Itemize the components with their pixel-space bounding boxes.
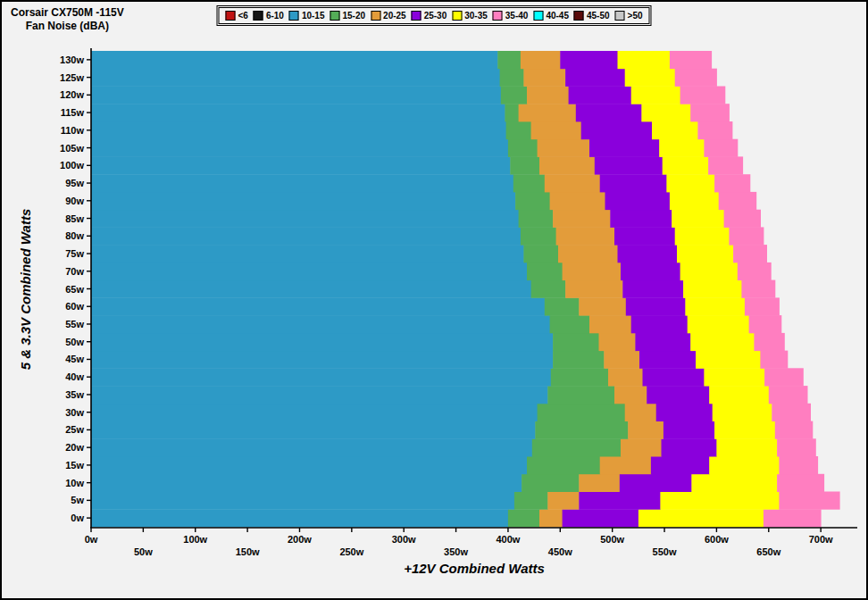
heatmap-band-20-25 <box>547 492 580 510</box>
y-tick-label: 65w <box>65 284 84 295</box>
heatmap-band-10-15 <box>91 69 500 87</box>
x-tick-label: 100w <box>183 534 207 545</box>
heatmap-band-20-25 <box>527 87 569 104</box>
heatmap-band-10-15 <box>91 227 521 245</box>
y-tick-label: 30w <box>65 407 84 418</box>
heatmap-band-10-15 <box>91 104 505 121</box>
heatmap-band-35-40 <box>775 421 814 439</box>
heatmap-band-15-20 <box>531 280 566 298</box>
heatmap-band-15-20 <box>508 139 538 157</box>
heatmap-band-30-35 <box>696 351 761 369</box>
heatmap-band-25-30 <box>647 386 710 404</box>
heatmap-band-25-30 <box>618 245 678 262</box>
x-tick-label: 450w <box>548 546 572 557</box>
heatmap-band-20-25 <box>521 51 561 69</box>
heatmap-band-10-15 <box>91 492 514 510</box>
y-tick-label: 0w <box>71 512 84 523</box>
heatmap-band-10-15 <box>91 456 528 474</box>
heatmap-band-15-20 <box>508 509 540 527</box>
heatmap-band-30-35 <box>660 492 780 510</box>
heatmap-band-25-30 <box>563 509 639 527</box>
x-tick-label: 0w <box>85 534 98 545</box>
heatmap-band-15-20 <box>545 297 580 315</box>
heatmap-band-10-15 <box>91 87 501 104</box>
y-tick-label: 80w <box>65 230 84 241</box>
heatmap-band-30-35 <box>672 210 724 228</box>
heatmap-band-20-25 <box>519 104 577 121</box>
heatmap-band-25-30 <box>589 139 660 157</box>
chart-page: Corsair CX750M -115V Fan Noise (dBA) <66… <box>0 0 868 600</box>
heatmap-band-25-30 <box>610 210 672 228</box>
heatmap-band-30-35 <box>685 297 745 315</box>
heatmap-band-30-35 <box>663 156 709 174</box>
heatmap-band-25-30 <box>560 51 618 69</box>
heatmap-band-25-30 <box>614 227 675 245</box>
heatmap-band-10-15 <box>91 245 524 262</box>
x-tick-label: 400w <box>496 534 520 545</box>
x-tick-label: 550w <box>653 546 677 557</box>
heatmap-band-15-20 <box>521 227 556 245</box>
x-axis-title: +12V Combined Watts <box>404 561 545 576</box>
heatmap-band-20-25 <box>563 262 622 280</box>
heatmap-band-35-40 <box>772 404 811 421</box>
heatmap-band-30-35 <box>680 262 739 280</box>
heatmap-band-35-40 <box>738 262 772 280</box>
heatmap-band-10-15 <box>91 174 513 192</box>
heatmap-band-35-40 <box>745 297 780 315</box>
heatmap-band-10-15 <box>91 474 522 492</box>
y-tick-label: 130w <box>60 54 84 65</box>
heatmap-band-20-25 <box>556 227 615 245</box>
y-tick-label: 125w <box>60 72 84 83</box>
x-tick-label: 200w <box>288 534 312 545</box>
heatmap-band-30-35 <box>691 474 777 492</box>
heatmap-band-15-20 <box>532 438 622 456</box>
y-tick-label: 60w <box>65 301 84 312</box>
heatmap-band-15-20 <box>514 492 548 510</box>
heatmap-band-30-35 <box>670 192 719 210</box>
heatmap-band-20-25 <box>539 156 595 174</box>
heatmap-band-35-40 <box>764 509 822 527</box>
heatmap-band-20-25 <box>545 174 600 192</box>
heatmap-band-35-40 <box>724 210 761 228</box>
heatmap-band-25-30 <box>595 156 663 174</box>
heatmap-band-10-15 <box>91 421 536 439</box>
heatmap-band-25-30 <box>600 174 667 192</box>
heatmap-band-30-35 <box>716 438 777 456</box>
heatmap-band-15-20 <box>523 245 558 262</box>
heatmap-band-25-30 <box>605 192 671 210</box>
heatmap-band-20-25 <box>589 315 631 333</box>
y-tick-label: 25w <box>65 424 84 435</box>
heatmap-band-25-30 <box>651 456 710 474</box>
heatmap-band-30-35 <box>709 456 780 474</box>
heatmap-band-15-20 <box>497 51 521 69</box>
heatmap-band-35-40 <box>769 386 808 404</box>
heatmap-band-25-30 <box>639 351 697 369</box>
heatmap-band-10-15 <box>91 210 519 228</box>
heatmap-band-30-35 <box>690 333 755 351</box>
x-tick-label: 350w <box>444 546 468 557</box>
heatmap-band-10-15 <box>91 51 498 69</box>
heatmap-band-30-35 <box>714 421 775 439</box>
y-tick-label: 40w <box>65 371 84 382</box>
heatmap-band-15-20 <box>505 104 519 121</box>
heatmap-band-35-40 <box>764 368 804 386</box>
chart-canvas: 0w50w100w150w200w250w300w350w400w450w500… <box>2 2 866 598</box>
heatmap-band-35-40 <box>704 139 738 157</box>
heatmap-band-20-25 <box>621 438 662 456</box>
heatmap-band-20-25 <box>539 509 563 527</box>
heatmap-band-35-40 <box>779 492 839 510</box>
y-tick-label: 10w <box>65 478 84 488</box>
heatmap-band-15-20 <box>515 192 550 210</box>
heatmap-band-20-25 <box>625 404 657 421</box>
heatmap-band-35-40 <box>697 121 732 139</box>
y-tick-label: 70w <box>65 266 84 277</box>
x-tick-label: 50w <box>134 546 153 557</box>
y-tick-label: 90w <box>65 196 84 206</box>
x-tick-label: 500w <box>600 534 624 545</box>
heatmap-band-15-20 <box>510 156 539 174</box>
heatmap-band-30-35 <box>618 51 671 69</box>
heatmap-band-30-35 <box>625 69 676 87</box>
heatmap-band-15-20 <box>550 315 590 333</box>
heatmap-band-20-25 <box>600 456 652 474</box>
y-tick-label: 35w <box>65 389 84 400</box>
